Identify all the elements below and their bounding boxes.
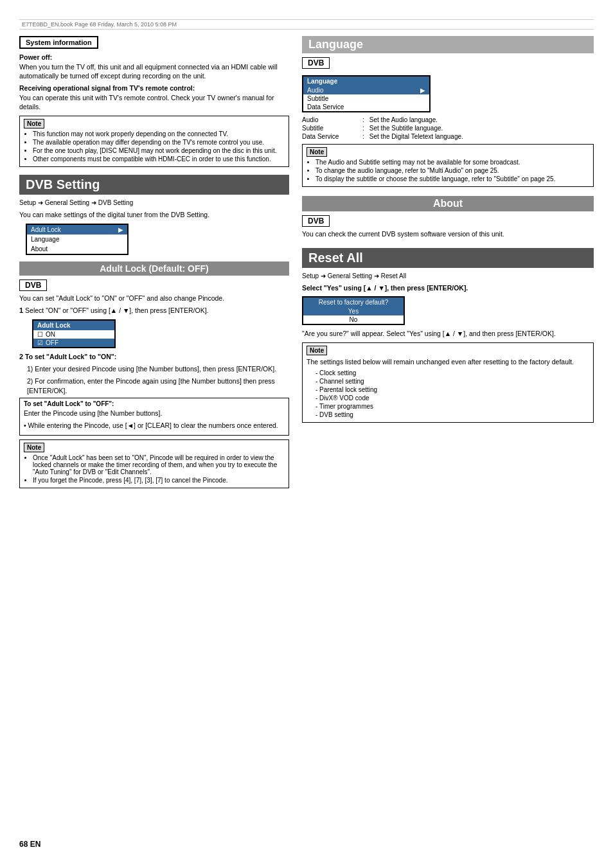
reset-all-title: Reset All [302, 248, 594, 268]
language-menu-audio[interactable]: Audio ▶ [303, 86, 429, 94]
system-info-note-label: Note [24, 119, 44, 128]
file-info-bar: E7TE0BD_EN.book Page 68 Friday, March 5,… [19, 19, 594, 30]
lang-note-item-2: To change the audio language, refer to "… [315, 167, 589, 174]
about-dvb-tag: DVB [302, 215, 330, 227]
note-item-1: This function may not work properly depe… [33, 130, 285, 137]
reset-note-item-2: Channel setting [315, 378, 589, 385]
reset-note-item-5: Timer programmes [315, 403, 589, 410]
off-checkbox-icon: ☑ [37, 339, 43, 346]
left-column: System information Power off: When you t… [19, 36, 289, 492]
language-section: Language DVB Language Audio ▶ Subtitle D… [302, 36, 594, 187]
subtitle-info-label: Subtitle [302, 125, 360, 132]
power-off-text: When you turn the TV off, this unit and … [19, 63, 278, 80]
reset-note-label: Note [306, 346, 327, 355]
dvb-menu-item-about[interactable]: About [27, 244, 127, 254]
adult-lock-note-list: Once "Adult Lock" has been set to "ON", … [24, 454, 285, 484]
step1-header: 1 Select "ON" or "OFF" using [▲ / ▼], th… [19, 306, 289, 315]
adult-lock-note-label: Note [24, 443, 44, 452]
step2-sub1: 1) Enter your desired Pincode using [the… [19, 364, 289, 374]
system-information-title: System information [19, 36, 98, 49]
data-service-info-row: Data Service : Set the Digital Teletext … [302, 133, 594, 140]
about-title: About [302, 196, 594, 211]
step2-label: 2 [19, 353, 23, 360]
adult-lock-menu: Adult Lock ☐ ON ☑ OFF [32, 319, 116, 348]
adult-lock-note: Note Once "Adult Lock" has been set to "… [19, 439, 289, 488]
step2-sub2: 2) For confirmation, enter the Pincode a… [19, 376, 289, 395]
language-menu-data-service[interactable]: Data Service [303, 103, 429, 111]
reset-note-intro: The settings listed below will remain un… [306, 357, 589, 367]
step2-header: 2 To set "Adult Lock" to "ON": [19, 352, 289, 362]
dvb-setting-title: DVB Setting [19, 175, 289, 195]
step1-text: Select "ON" or "OFF" using [▲ / ▼], then… [25, 306, 208, 314]
reset-note: Note The settings listed below will rema… [302, 342, 594, 423]
audio-info-label: Audio [302, 116, 360, 123]
reset-menu-header: Reset to factory default? [303, 297, 404, 307]
power-off-heading: Power off: [19, 53, 52, 61]
subtitle-info-row: Subtitle : Set the Subtitle language. [302, 125, 594, 132]
on-checkbox-icon: ☐ [37, 331, 43, 338]
reset-note-item-6: DVB setting [315, 411, 589, 418]
dvb-menu-item-adult-lock[interactable]: Adult Lock ▶ [27, 225, 127, 235]
reset-description: "Are you sure?" will appear. Select "Yes… [302, 329, 594, 339]
adult-lock-on-option[interactable]: ☐ ON [33, 330, 114, 339]
audio-info-text: Set the Audio language. [369, 116, 438, 123]
reset-yes-option[interactable]: Yes [303, 307, 404, 315]
system-information-section: System information Power off: When you t… [19, 36, 289, 167]
note-item-2: The available operation may differ depen… [33, 139, 285, 146]
reset-all-select-text: Select "Yes" using [▲ / ▼], then press [… [302, 283, 594, 293]
step1-label: 1 [19, 306, 23, 314]
adult-note-item-1: Once "Adult Lock" has been set to "ON", … [33, 454, 285, 475]
reset-note-list: Clock setting Channel setting Parental l… [306, 369, 589, 418]
language-menu: Language Audio ▶ Subtitle Data Service [302, 75, 431, 112]
reset-note-item-4: DivX® VOD code [315, 394, 589, 402]
language-menu-subtitle[interactable]: Subtitle [303, 94, 429, 103]
language-info-rows: Audio : Set the Audio language. Subtitle… [302, 116, 594, 140]
note-item-3: For the one touch play, [DISC MENU] may … [33, 147, 285, 154]
dvb-setting-section: DVB Setting Setup ➜ General Setting ➜ DV… [19, 175, 289, 255]
data-service-info-text: Set the Digital Teletext language. [369, 133, 463, 140]
lang-note-item-1: The Audio and Subtitle setting may not b… [315, 159, 589, 166]
to-set-off-title: To set "Adult Lock" to "OFF": [24, 400, 285, 407]
reset-all-section: Reset All Setup ➜ General Setting ➜ Rese… [302, 248, 594, 423]
reset-note-item-3: Parental lock setting [315, 386, 589, 393]
page-number: 68 EN [19, 840, 40, 849]
reset-all-path: Setup ➜ General Setting ➜ Reset All [302, 272, 594, 281]
subtitle-info-text: Set the Subtitle language. [369, 125, 443, 132]
adult-lock-description: You can set "Adult Lock" to "ON" or "OFF… [19, 294, 289, 303]
language-note-list: The Audio and Subtitle setting may not b… [306, 159, 589, 182]
language-title: Language [302, 36, 594, 53]
reset-no-option[interactable]: No [303, 315, 404, 324]
adult-lock-menu-header: Adult Lock [33, 321, 114, 330]
lang-note-item-3: To display the subtitle or choose the su… [315, 175, 589, 182]
system-info-note: Note This function may not work properly… [19, 116, 289, 167]
language-menu-header: Language [303, 76, 429, 86]
adult-lock-dvb-tag: DVB [19, 279, 47, 291]
system-info-note-list: This function may not work properly depe… [24, 130, 285, 163]
dvb-setting-description: You can make settings of the digital tun… [19, 210, 289, 220]
language-dvb-tag: DVB [302, 57, 330, 69]
reset-menu: Reset to factory default? Yes No [302, 296, 405, 325]
dvb-setting-path: Setup ➜ General Setting ➜ DVB Setting [19, 199, 289, 208]
language-note: Note The Audio and Subtitle setting may … [302, 144, 594, 187]
about-description: You can check the current DVB system sof… [302, 229, 594, 239]
off-label: OFF [46, 339, 58, 346]
dvb-menu-item-language[interactable]: Language [27, 235, 127, 244]
adult-lock-off-option[interactable]: ☑ OFF [33, 339, 114, 347]
audio-info-row: Audio : Set the Audio language. [302, 116, 594, 123]
note-item-4: Other components must be compatible with… [33, 155, 285, 163]
to-set-off-text1: Enter the Pincode using [the Number butt… [24, 409, 285, 418]
adult-lock-title: Adult Lock (Default: OFF) [19, 261, 289, 276]
adult-lock-section: Adult Lock (Default: OFF) DVB You can se… [19, 261, 289, 488]
language-note-label: Note [306, 147, 327, 157]
about-section: About DVB You can check the current DVB … [302, 196, 594, 239]
to-set-off-box: To set "Adult Lock" to "OFF": Enter the … [19, 398, 289, 435]
page: E7TE0BD_EN.book Page 68 Friday, March 5,… [0, 0, 613, 868]
step2-heading: To set "Adult Lock" to "ON": [25, 353, 116, 360]
to-set-off-text2: • While entering the Pincode, use [◄] or… [24, 421, 285, 430]
right-column: Language DVB Language Audio ▶ Subtitle D… [302, 36, 594, 492]
data-service-info-label: Data Service [302, 133, 360, 140]
reset-note-item-1: Clock setting [315, 369, 589, 376]
receiving-text: You can operate this unit with TV's remo… [19, 94, 274, 111]
dvb-setting-menu: Adult Lock ▶ Language About [26, 224, 129, 255]
adult-note-item-2: If you forget the Pincode, press [4], [7… [33, 477, 285, 484]
